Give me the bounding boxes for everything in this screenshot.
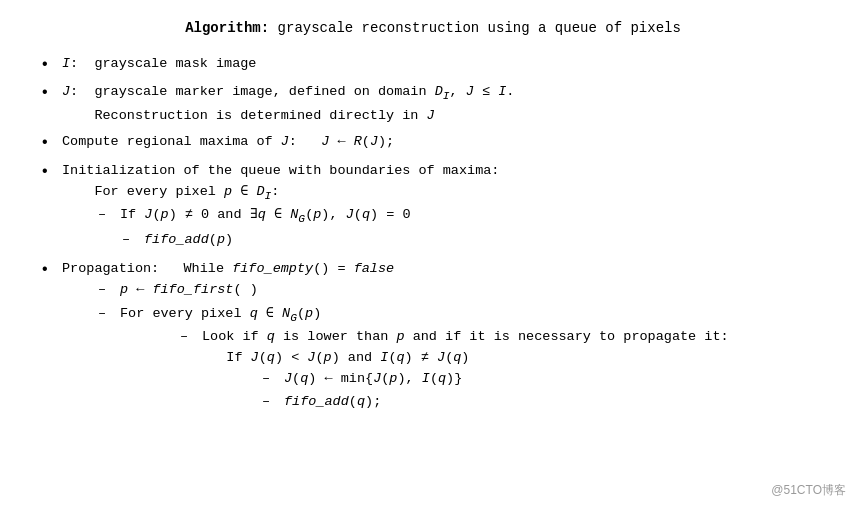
dash-fifo-add: –	[122, 230, 140, 251]
var-J5: J	[370, 134, 378, 149]
var-NG: NG	[290, 207, 305, 222]
var-p5: p	[120, 282, 128, 297]
bullet-dot-compute: •	[40, 132, 58, 154]
var-I: I	[62, 56, 70, 71]
dash-p-assign: –	[98, 280, 116, 301]
text-for-q: For every pixel q ∈ NG(p) – Look if q is…	[120, 304, 729, 417]
bullet-text-compute: Compute regional maxima of J: J ← R(J);	[62, 132, 826, 153]
var-q8: q	[300, 371, 308, 386]
func-R: R	[354, 134, 362, 149]
dash-item-fifo-add2: – fifo_add(q);	[262, 392, 729, 413]
text-fifo-add: fifo_add(p)	[144, 230, 233, 251]
dash-fifo-add2: –	[262, 392, 280, 413]
bullet-text-propagation: Propagation: While fifo_empty() = false …	[62, 259, 826, 420]
var-Jp3: J	[373, 371, 381, 386]
var-q7: q	[453, 350, 461, 365]
var-DI2: DI	[256, 184, 271, 199]
func-fifo-add2: fifo_add	[284, 394, 349, 409]
title-normal: grayscale reconstruction using a queue o…	[278, 20, 681, 36]
var-J4: J	[281, 134, 289, 149]
var-Jq3: J	[437, 350, 445, 365]
bullet-text-I: I: grayscale mask image	[62, 54, 826, 75]
dash-look-if: –	[180, 327, 198, 348]
var-p2: p	[161, 207, 169, 222]
dash-item-look-if: – Look if q is lower than p and if it is…	[180, 327, 729, 415]
text-j-update: J(q) ← min{J(p), I(q)}	[284, 369, 462, 390]
bullet-dot-I: •	[40, 54, 58, 76]
var-Jp2: J	[307, 350, 315, 365]
algorithm-title: Algorithm: grayscale reconstruction usin…	[40, 20, 826, 36]
func-fifo-first: fifo_first	[152, 282, 233, 297]
bullet-dot-propagation: •	[40, 259, 58, 281]
var-J2: J	[466, 84, 474, 99]
dash-for-q: –	[98, 304, 116, 325]
var-p7: p	[396, 329, 404, 344]
text-p-assign: p ← fifo_first( )	[120, 280, 258, 301]
bullet-item-compute: • Compute regional maxima of J: J ← R(J)…	[40, 132, 826, 154]
text-fifo-add2: fifo_add(q);	[284, 392, 381, 413]
var-q4: q	[267, 329, 275, 344]
var-Iq2: I	[422, 371, 430, 386]
var-q2: q	[362, 207, 370, 222]
var-J: J	[62, 84, 70, 99]
func-fifo-add: fifo_add	[144, 232, 209, 247]
dash-item-p-assign: – p ← fifo_first( )	[98, 280, 826, 301]
var-Jq2: J	[251, 350, 259, 365]
var-q: q	[258, 207, 266, 222]
var-Iq: I	[380, 350, 388, 365]
var-DI: DI	[435, 84, 450, 99]
bullet-dot-J: •	[40, 82, 58, 104]
bullet-item-init: • Initialization of the queue with bound…	[40, 161, 826, 253]
text-if-condition: If J(p) ≠ 0 and ∃q ∈ NG(p), J(q) = 0	[120, 205, 411, 228]
var-q3: q	[250, 306, 258, 321]
var-Jp: J	[144, 207, 152, 222]
bullet-item-I: • I: grayscale mask image	[40, 54, 826, 76]
bullet-item-J: • J: grayscale marker image, defined on …	[40, 82, 826, 126]
var-Jq: J	[346, 207, 354, 222]
var-J3: J	[427, 108, 435, 123]
var-p8: p	[324, 350, 332, 365]
var-q10: q	[357, 394, 365, 409]
var-p9: p	[389, 371, 397, 386]
var-Jq4: J	[284, 371, 292, 386]
dash-item-if: – If J(p) ≠ 0 and ∃q ∈ NG(p), J(q) = 0	[98, 205, 826, 228]
func-fifo-empty: fifo_empty	[232, 261, 313, 276]
var-q9: q	[438, 371, 446, 386]
expr-compute: J	[321, 134, 329, 149]
bullet-dot-init: •	[40, 161, 58, 183]
var-p: p	[224, 184, 232, 199]
dash-item-fifo-add: – fifo_add(p)	[122, 230, 826, 251]
var-I2: I	[498, 84, 506, 99]
dash-if: –	[98, 205, 116, 226]
dash-item-j-update: – J(q) ← min{J(p), I(q)}	[262, 369, 729, 390]
var-q6: q	[397, 350, 405, 365]
var-q5: q	[267, 350, 275, 365]
text-look-if: Look if q is lower than p and if it is n…	[202, 327, 729, 415]
var-p6: p	[305, 306, 313, 321]
title-bold-prefix: Algorithm:	[185, 20, 269, 36]
var-p4: p	[217, 232, 225, 247]
var-p3: p	[313, 207, 321, 222]
dash-j-update: –	[262, 369, 280, 390]
val-false: false	[354, 261, 395, 276]
bullet-text-init: Initialization of the queue with boundar…	[62, 161, 826, 253]
var-NG2: NG	[282, 306, 297, 321]
dash-item-for-q: – For every pixel q ∈ NG(p) – Look if q …	[98, 304, 826, 417]
bullet-item-propagation: • Propagation: While fifo_empty() = fals…	[40, 259, 826, 420]
bullet-text-J: J: grayscale marker image, defined on do…	[62, 82, 826, 126]
algorithm-content: • I: grayscale mask image • J: grayscale…	[40, 54, 826, 420]
page-container: Algorithm: grayscale reconstruction usin…	[0, 0, 866, 513]
watermark: @51CTO博客	[771, 482, 846, 499]
